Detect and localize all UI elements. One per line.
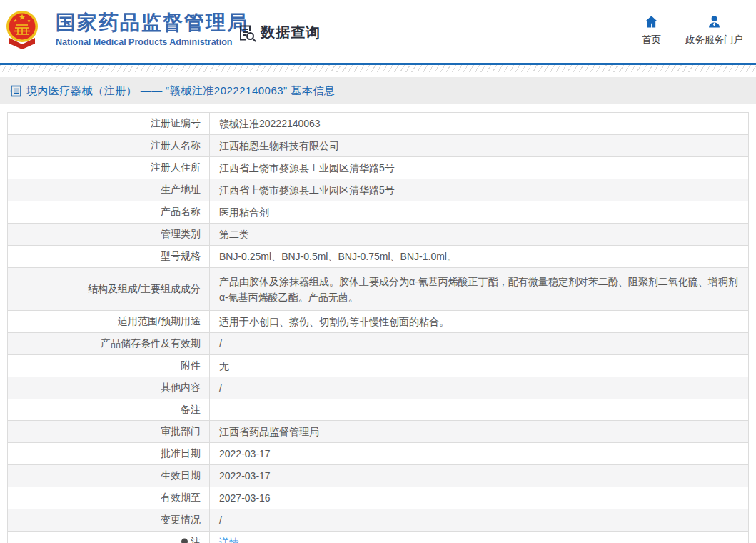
breadcrumb: 境内医疗器械（注册） —— “赣械注准20222140063” 基本信息: [0, 77, 756, 104]
row-label: 型号规格: [8, 246, 210, 267]
row-value: 江西柏恩生物科技有限公司: [210, 135, 748, 156]
breadcrumb-text: 境内医疗器械（注册） —— “赣械注准20222140063” 基本信息: [26, 84, 335, 98]
row-value: 产品由胶体及涂抹器组成。胶体主要成分为α-氰基丙烯酸正丁酯，配有微量稳定剂对苯二…: [210, 268, 748, 310]
row-label: 附件: [8, 355, 210, 377]
nav-home-label: 首页: [642, 34, 661, 46]
row-label: 产品名称: [8, 201, 210, 223]
national-emblem-icon: [6, 9, 39, 49]
org-title-zh: 国家药品监督管理局: [56, 11, 248, 35]
table-row: 生效日期2022-03-17: [8, 465, 748, 487]
nav-portal[interactable]: 政务服务门户: [685, 14, 743, 46]
row-label: 注: [8, 532, 210, 543]
table-row: 产品名称医用粘合剂: [8, 201, 748, 224]
row-label: 管理类别: [8, 224, 210, 245]
row-label: 其他内容: [8, 377, 210, 399]
table-row: 备注: [8, 399, 748, 421]
top-nav: 首页 政务服务门户: [642, 14, 743, 46]
document-search-icon: [238, 24, 256, 42]
table-row: 注册人名称江西柏恩生物科技有限公司: [8, 135, 748, 157]
table-row: 注册证编号赣械注准20222140063: [8, 113, 748, 135]
row-label: 注册人住所: [8, 157, 210, 179]
spacer: [0, 72, 756, 77]
row-value: /: [210, 377, 748, 399]
table-row: 管理类别第二类: [8, 224, 748, 246]
row-value: 第二类: [210, 224, 748, 245]
row-value: BNJ-0.25ml、BNJ-0.5ml、BNJ-0.75ml、BNJ-1.0m…: [210, 246, 748, 267]
row-value: /: [210, 509, 748, 531]
row-label: 变更情况: [8, 509, 210, 531]
row-value: 江西省上饶市婺源县工业园区清华路5号: [210, 179, 748, 201]
table-row: 附件无: [8, 355, 748, 377]
row-value: 2022-03-17: [210, 443, 748, 464]
table-row: 适用范围/预期用途适用于小创口、擦伤、切割伤等非慢性创面的粘合。: [8, 311, 748, 333]
row-value: 2027-03-16: [210, 487, 748, 509]
row-value: 适用于小创口、擦伤、切割伤等非慢性创面的粘合。: [210, 311, 748, 332]
org-title-en: National Medical Products Administration: [56, 37, 248, 47]
row-label: 注册证编号: [8, 113, 210, 134]
org-titles: 国家药品监督管理局 National Medical Products Admi…: [56, 11, 248, 47]
row-label: 备注: [8, 399, 210, 420]
table-row: 注册人住所江西省上饶市婺源县工业园区清华路5号: [8, 157, 748, 179]
row-value: 无: [210, 355, 748, 377]
row-label: 结构及组成/主要组成成分: [8, 268, 210, 310]
user-icon: [707, 14, 722, 29]
row-label: 适用范围/预期用途: [8, 311, 210, 332]
table-row: 变更情况/: [8, 509, 748, 532]
table-row: 型号规格BNJ-0.25ml、BNJ-0.5ml、BNJ-0.75ml、BNJ-…: [8, 246, 748, 268]
data-query-label: 数据查询: [261, 23, 321, 42]
row-label: 审批部门: [8, 421, 210, 442]
site-header: 国家药品监督管理局 National Medical Products Admi…: [0, 0, 756, 63]
row-value: 江西省上饶市婺源县工业园区清华路5号: [210, 157, 748, 179]
back-to-list-icon: [10, 85, 22, 97]
table-row: 其他内容/: [8, 377, 748, 399]
row-value: 详情: [210, 532, 748, 543]
row-label: 生产地址: [8, 179, 210, 201]
row-label: 有效期至: [8, 487, 210, 509]
info-table: 注册证编号赣械注准20222140063注册人名称江西柏恩生物科技有限公司注册人…: [7, 112, 749, 543]
nav-home[interactable]: 首页: [642, 14, 661, 46]
note-pin-icon: [181, 538, 188, 543]
row-label: 产品储存条件及有效期: [8, 333, 210, 354]
row-label: 生效日期: [8, 465, 210, 487]
details-link[interactable]: 详情: [219, 534, 239, 543]
table-row: 结构及组成/主要组成成分产品由胶体及涂抹器组成。胶体主要成分为α-氰基丙烯酸正丁…: [8, 268, 748, 311]
row-label: 注册人名称: [8, 135, 210, 156]
nav-portal-label: 政务服务门户: [685, 34, 743, 46]
row-value: [210, 399, 748, 420]
home-icon: [644, 14, 659, 29]
table-row: 有效期至2027-03-16: [8, 487, 748, 509]
table-row: 生产地址江西省上饶市婺源县工业园区清华路5号: [8, 179, 748, 201]
row-label: 批准日期: [8, 443, 210, 464]
row-value: 医用粘合剂: [210, 201, 748, 223]
hatch-band: [0, 65, 756, 72]
row-value: 江西省药品监督管理局: [210, 421, 748, 442]
table-row: 注详情: [8, 532, 748, 543]
row-value: /: [210, 333, 748, 354]
row-value: 赣械注准20222140063: [210, 113, 748, 134]
table-row: 审批部门江西省药品监督管理局: [8, 421, 748, 443]
table-row: 产品储存条件及有效期/: [8, 333, 748, 355]
row-value: 2022-03-17: [210, 465, 748, 487]
data-query-tab[interactable]: 数据查询: [238, 23, 321, 42]
table-row: 批准日期2022-03-17: [8, 443, 748, 465]
